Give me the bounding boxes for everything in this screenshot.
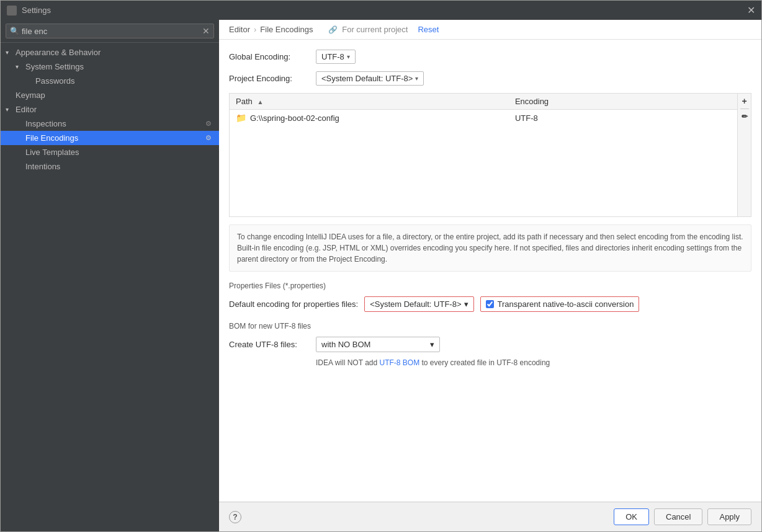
global-encoding-value: UTF-8 — [321, 52, 344, 61]
settings-icon — [7, 6, 17, 16]
sidebar-item-appearance[interactable]: ▾ Appearance & Behavior — [1, 45, 219, 60]
transparent-checkbox[interactable] — [486, 300, 494, 308]
properties-row: Default encoding for properties files: <… — [229, 296, 751, 312]
encoding-table: Path ▲ Encoding � — [230, 94, 737, 126]
dropdown-arrow-icon: ▾ — [430, 340, 434, 349]
col-path: Path ▲ — [230, 94, 509, 110]
sidebar-item-label: System Settings — [25, 62, 214, 71]
bom-note-prefix: IDEA will NOT add — [316, 358, 379, 367]
settings-action-icon: ⚙ — [203, 120, 214, 128]
encoding-table-container: Path ▲ Encoding � — [229, 93, 751, 217]
table-toolbar: + ✏ — [737, 94, 751, 216]
expand-arrow-icon: ▾ — [16, 63, 25, 70]
panel-header: Editor › File Encodings 🔗 For current pr… — [219, 20, 761, 40]
clear-search-button[interactable]: ✕ — [202, 26, 210, 36]
global-encoding-label: Global Encoding: — [229, 52, 310, 61]
properties-section-title: Properties Files (*.properties) — [229, 282, 751, 290]
bom-section: BOM for new UTF-8 files Create UTF-8 fil… — [229, 322, 751, 367]
bom-section-title: BOM for new UTF-8 files — [229, 322, 751, 330]
bom-note: IDEA will NOT add UTF-8 BOM to every cre… — [316, 358, 751, 367]
breadcrumb: Editor › File Encodings — [229, 25, 313, 34]
for-project-link[interactable]: 🔗 For current project — [328, 25, 408, 34]
sort-icon: ▲ — [257, 99, 263, 105]
project-encoding-label: Project Encoding: — [229, 74, 310, 83]
encoding-cell: UTF-8 — [509, 110, 737, 126]
dropdown-arrow-icon: ▾ — [415, 75, 418, 82]
reset-link[interactable]: Reset — [418, 25, 439, 34]
project-encoding-row: Project Encoding: <System Default: UTF-8… — [229, 71, 751, 86]
sidebar-item-label: Keymap — [16, 91, 214, 100]
sidebar-item-keymap[interactable]: Keymap — [1, 88, 219, 102]
bom-note-suffix: to every created file in UTF-8 encoding — [419, 358, 550, 367]
help-button[interactable]: ? — [229, 511, 241, 523]
table-scroll-area: Path ▲ Encoding � — [230, 94, 737, 216]
sidebar-item-label: Editor — [16, 105, 214, 114]
create-utf8-label: Create UTF-8 files: — [229, 340, 310, 349]
dropdown-arrow-icon: ▾ — [464, 299, 468, 309]
sidebar-item-label: Intentions — [25, 162, 214, 171]
main-content: 🔍 ✕ ▾ Appearance & Behavior ▾ System Set… — [1, 20, 761, 531]
breadcrumb-current: File Encodings — [260, 25, 313, 34]
bom-link[interactable]: UTF-8 BOM — [379, 358, 419, 367]
title-bar: Settings ✕ — [1, 1, 761, 20]
table-row[interactable]: 📁 G:\\spring-boot-02-config UTF-8 — [230, 110, 737, 126]
global-encoding-select[interactable]: UTF-8 ▾ — [316, 50, 356, 64]
settings-window: Settings ✕ 🔍 ✕ ▾ Appearance & Behavior — [0, 0, 762, 532]
sidebar-item-file-encodings[interactable]: File Encodings ⚙ — [1, 131, 219, 145]
search-wrapper: 🔍 ✕ — [6, 24, 214, 38]
toolbar-separator — [740, 109, 749, 109]
link-icon: 🔗 — [328, 25, 338, 34]
search-box: 🔍 ✕ — [1, 20, 219, 43]
panel-body: Global Encoding: UTF-8 ▾ Project Encodin… — [219, 40, 761, 502]
default-encoding-value: <System Default: UTF-8> — [370, 299, 461, 309]
transparent-checkbox-label: Transparent native-to-ascii conversion — [498, 299, 634, 309]
sidebar-item-intentions[interactable]: Intentions — [1, 159, 219, 174]
sidebar-item-label: Appearance & Behavior — [16, 48, 214, 57]
project-encoding-value: <System Default: UTF-8> — [321, 74, 413, 83]
bottom-bar: ? OK Cancel Apply — [219, 502, 761, 531]
expand-arrow-icon: ▾ — [6, 106, 16, 113]
sidebar-item-editor[interactable]: ▾ Editor — [1, 102, 219, 117]
description-text: To change encoding IntelliJ IDEA uses fo… — [229, 224, 751, 272]
search-input[interactable] — [22, 27, 202, 36]
breadcrumb-separator: › — [254, 25, 256, 34]
create-utf8-select[interactable]: with NO BOM ▾ — [316, 337, 440, 352]
default-encoding-label: Default encoding for properties files: — [229, 299, 358, 309]
path-value: G:\\spring-boot-02-config — [250, 113, 339, 123]
edit-row-button[interactable]: ✏ — [740, 112, 750, 122]
sidebar-item-live-templates[interactable]: Live Templates — [1, 145, 219, 159]
settings-action-icon: ⚙ — [203, 134, 214, 142]
properties-section: Properties Files (*.properties) Default … — [229, 282, 751, 312]
bom-row: Create UTF-8 files: with NO BOM ▾ — [229, 337, 751, 352]
project-encoding-select[interactable]: <System Default: UTF-8> ▾ — [316, 71, 424, 86]
for-project-label: For current project — [342, 25, 408, 34]
sidebar-item-label: Inspections — [25, 119, 203, 128]
transparent-checkbox-group: Transparent native-to-ascii conversion — [480, 296, 640, 312]
sidebar-item-system-settings[interactable]: ▾ System Settings — [1, 60, 219, 74]
breadcrumb-parent: Editor — [229, 25, 250, 34]
window-title: Settings — [22, 6, 51, 15]
search-icon: 🔍 — [10, 27, 19, 35]
close-button[interactable]: ✕ — [747, 4, 755, 16]
ok-button[interactable]: OK — [614, 508, 649, 525]
cancel-button[interactable]: Cancel — [654, 508, 702, 525]
path-cell: 📁 G:\\spring-boot-02-config — [230, 110, 509, 126]
apply-button[interactable]: Apply — [707, 508, 751, 525]
dropdown-arrow-icon: ▾ — [347, 53, 350, 60]
sidebar-item-label: Live Templates — [25, 148, 214, 157]
sidebar-item-label: File Encodings — [25, 133, 203, 143]
sidebar-item-passwords[interactable]: Passwords — [1, 74, 219, 88]
right-panel: Editor › File Encodings 🔗 For current pr… — [219, 20, 761, 531]
add-row-button[interactable]: + — [740, 96, 750, 106]
folder-icon: 📁 — [236, 113, 246, 123]
sidebar: 🔍 ✕ ▾ Appearance & Behavior ▾ System Set… — [1, 20, 219, 531]
default-encoding-select[interactable]: <System Default: UTF-8> ▾ — [364, 296, 473, 312]
nav-tree: ▾ Appearance & Behavior ▾ System Setting… — [1, 43, 219, 531]
create-utf8-value: with NO BOM — [321, 340, 370, 349]
sidebar-item-inspections[interactable]: Inspections ⚙ — [1, 117, 219, 131]
col-encoding: Encoding — [509, 94, 737, 110]
sidebar-item-label: Passwords — [35, 76, 214, 86]
expand-arrow-icon: ▾ — [6, 49, 16, 56]
global-encoding-row: Global Encoding: UTF-8 ▾ — [229, 50, 751, 64]
